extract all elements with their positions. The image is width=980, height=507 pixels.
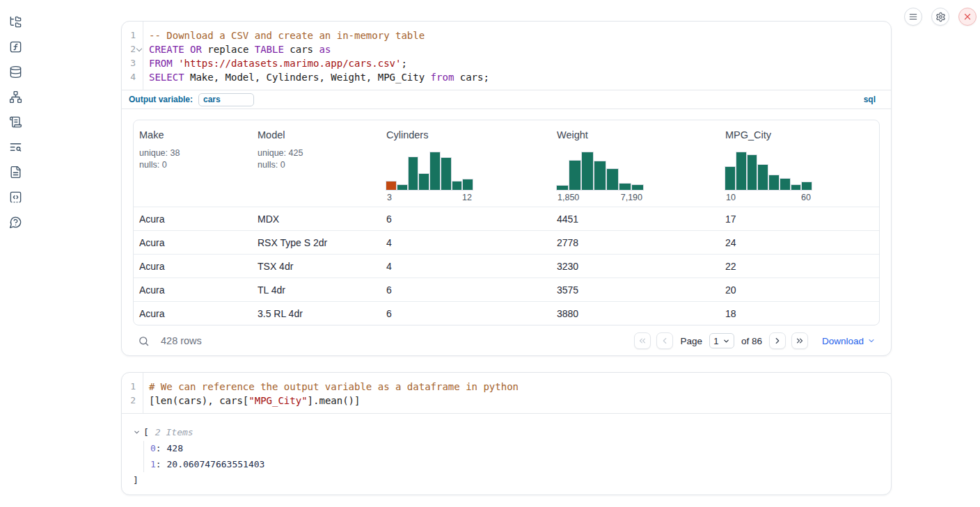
table-cell: Acura xyxy=(134,261,252,272)
table-row[interactable]: AcuraMDX6445117 xyxy=(134,207,879,230)
code-line: # We can reference the output variable a… xyxy=(149,380,519,394)
sql-cell-footer: Output variable: sql xyxy=(122,90,891,109)
line-number: 1 xyxy=(122,29,143,42)
hist-bar xyxy=(802,182,812,190)
line-number: 2 xyxy=(122,42,143,56)
table-cell: 17 xyxy=(720,214,879,225)
hist-bar xyxy=(582,152,593,190)
close-icon xyxy=(963,12,972,22)
column-stats: unique: 38nulls: 0 xyxy=(139,147,246,171)
sql-cell: 1234 -- Download a CSV and create an in-… xyxy=(121,21,892,356)
table-cell: 22 xyxy=(720,261,879,272)
output-variable-label: Output variable: xyxy=(129,95,193,104)
snippets-icon[interactable] xyxy=(9,191,22,204)
hist-bar xyxy=(557,186,568,190)
chevrons-right-icon xyxy=(795,336,805,346)
hist-bar xyxy=(569,161,580,190)
table-cell: 4 xyxy=(381,237,551,248)
code-line: SELECT Make, Model, Cylinders, Weight, M… xyxy=(149,70,489,84)
column-title: Cylinders xyxy=(386,129,546,140)
table-cell: 24 xyxy=(720,237,879,248)
line-number: 4 xyxy=(122,70,143,84)
hist-bar xyxy=(725,167,735,190)
table-row[interactable]: AcuraTL 4dr6357520 xyxy=(134,277,879,301)
column-header: Cylinders312 xyxy=(381,120,551,207)
sidebar xyxy=(0,0,31,229)
python-code: # We can reference the output variable a… xyxy=(143,373,519,413)
hist-bar xyxy=(397,185,407,190)
python-code-editor[interactable]: 12 # We can reference the output variabl… xyxy=(122,373,891,414)
download-button[interactable]: Download xyxy=(822,336,876,346)
line-number: 1 xyxy=(122,380,143,394)
page-of-label: of 86 xyxy=(741,336,762,346)
documentation-icon[interactable] xyxy=(9,166,22,179)
fold-chevron-icon[interactable] xyxy=(136,42,143,56)
hist-bar xyxy=(632,185,643,190)
table-cell: Acura xyxy=(134,214,252,225)
shutdown-button[interactable] xyxy=(958,8,977,26)
datasources-icon[interactable] xyxy=(9,65,22,79)
menu-button[interactable] xyxy=(904,8,922,26)
logs-search-icon[interactable] xyxy=(9,140,22,154)
hist-bar xyxy=(419,174,429,190)
scratchpad-icon[interactable] xyxy=(9,115,22,129)
hist-bar xyxy=(619,184,631,190)
python-cell: 12 # We can reference the output variabl… xyxy=(121,372,892,495)
table-cell: 4451 xyxy=(551,214,720,225)
chevron-down-icon xyxy=(722,337,730,345)
table-row[interactable]: Acura3.5 RL 4dr6388018 xyxy=(134,301,879,325)
column-header: Modelunique: 425nulls: 0 xyxy=(252,120,381,207)
column-title: Model xyxy=(258,129,375,140)
table-cell: 2778 xyxy=(551,237,720,248)
dependency-graph-icon[interactable] xyxy=(9,90,22,104)
hist-max-label: 12 xyxy=(462,193,472,202)
column-histogram: 312 xyxy=(386,152,546,202)
prev-page-button[interactable] xyxy=(656,332,673,349)
page-select[interactable]: 1 xyxy=(709,333,734,348)
code-line: CREATE OR replace TABLE cars as xyxy=(149,42,489,56)
collapse-chevron-icon[interactable] xyxy=(133,428,141,436)
hist-bar xyxy=(409,157,418,190)
hist-bar xyxy=(736,152,746,190)
chevron-left-icon xyxy=(660,336,670,346)
help-chat-icon[interactable] xyxy=(9,216,22,229)
hist-bar xyxy=(386,182,396,190)
tree-entries: 0: 4281: 20.060747663551403 xyxy=(143,441,880,472)
table-cell: 6 xyxy=(381,214,551,225)
column-title: Make xyxy=(139,129,246,140)
last-page-button[interactable] xyxy=(791,332,808,349)
table-cell: 18 xyxy=(720,308,879,319)
sql-output-area: Makeunique: 38nulls: 0Modelunique: 425nu… xyxy=(122,109,891,356)
hist-bar xyxy=(452,182,462,190)
hist-bar xyxy=(758,165,768,190)
chevrons-left-icon xyxy=(638,336,647,346)
column-header: Makeunique: 38nulls: 0 xyxy=(134,120,252,207)
table-row[interactable]: AcuraTSX 4dr4323022 xyxy=(134,254,879,277)
column-title: MPG_City xyxy=(725,129,874,140)
table-cell: 4 xyxy=(381,261,551,272)
table-cell: 3.5 RL 4dr xyxy=(252,308,381,319)
first-page-button[interactable] xyxy=(634,332,651,349)
next-page-button[interactable] xyxy=(769,332,786,349)
hist-bar xyxy=(780,179,790,190)
hist-max-label: 60 xyxy=(801,193,811,202)
download-label: Download xyxy=(822,336,864,346)
settings-button[interactable] xyxy=(931,8,949,26)
hist-bar xyxy=(441,158,451,190)
items-count-label: 2 Items xyxy=(155,427,193,437)
variables-icon[interactable] xyxy=(9,40,22,54)
table-cell: 3230 xyxy=(551,261,720,272)
language-badge: sql xyxy=(864,95,876,104)
sql-code-editor[interactable]: 1234 -- Download a CSV and create an in-… xyxy=(122,22,891,90)
file-explorer-icon[interactable] xyxy=(9,15,22,29)
pagination: Page 1 of 86 Download xyxy=(634,332,880,349)
table-row[interactable]: AcuraRSX Type S 2dr4277824 xyxy=(134,230,879,254)
hist-min-label: 3 xyxy=(387,193,392,202)
data-table: Makeunique: 38nulls: 0Modelunique: 425nu… xyxy=(133,120,880,325)
output-variable-input[interactable] xyxy=(198,93,254,106)
table-cell: TL 4dr xyxy=(252,284,381,296)
table-cell: MDX xyxy=(252,214,381,225)
sql-code: -- Download a CSV and create an in-memor… xyxy=(143,22,489,90)
hist-bar xyxy=(607,169,618,190)
search-icon[interactable] xyxy=(138,335,150,347)
